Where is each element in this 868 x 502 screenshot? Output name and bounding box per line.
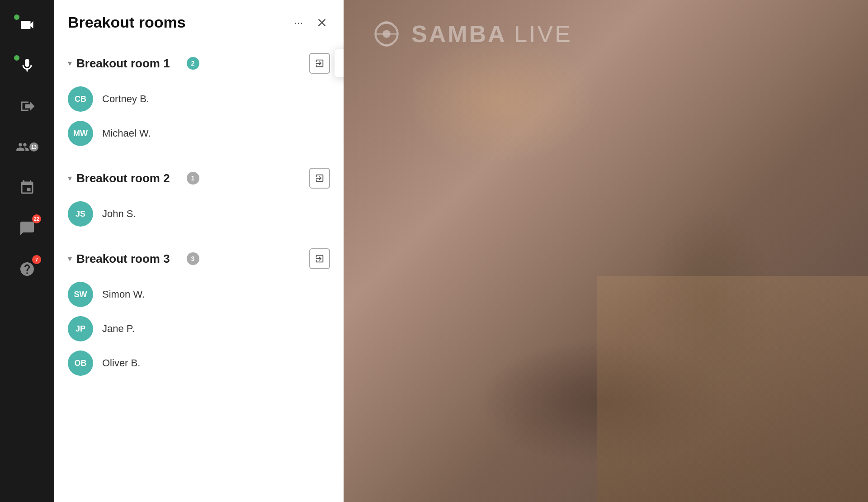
camera-icon[interactable] (16, 14, 38, 36)
panel-header: Breakout rooms ··· (54, 14, 344, 45)
room-2-section: ▾ Breakout room 2 1 JS John S. (54, 160, 344, 236)
member-cortney-name: Cortney B. (102, 93, 149, 105)
samba-logo-icon (371, 18, 402, 50)
mic-status-dot (14, 55, 19, 61)
room-1-section: ▾ Breakout room 1 2 Join breakout room C… (54, 45, 344, 155)
sidebar: 13 22 7 (0, 0, 54, 502)
close-panel-button[interactable] (314, 14, 330, 31)
room-3-count: 3 (187, 252, 199, 265)
member-michael-name: Michael W. (102, 128, 151, 139)
room-2-count: 1 (187, 172, 199, 185)
member-cortney: CB Cortney B. (68, 82, 330, 116)
room-2-join-button[interactable] (309, 168, 330, 189)
avatar-sw: SW (68, 282, 93, 307)
room-3-join-button[interactable] (309, 248, 330, 269)
breakout-rooms-panel: Breakout rooms ··· ▾ Breakout room 1 2 (54, 0, 344, 502)
room-2-members: JS John S. (54, 197, 344, 236)
room-1-name: Breakout room 1 (76, 57, 182, 71)
qa-badge: 7 (32, 255, 41, 264)
chat-icon[interactable]: 22 (16, 217, 38, 240)
member-michael: MW Michael W. (68, 116, 330, 151)
join-breakout-tooltip: Join breakout room (335, 49, 344, 77)
panel-title: Breakout rooms (68, 14, 186, 31)
video-background: SAMBA LIVE (344, 0, 868, 502)
room-1-join-button[interactable] (309, 53, 330, 74)
member-oliver-name: Oliver B. (102, 357, 140, 369)
member-jane-name: Jane P. (102, 323, 135, 335)
room-1-count: 2 (187, 57, 199, 70)
leave-breakout-icon[interactable] (16, 95, 38, 118)
room-1-header[interactable]: ▾ Breakout room 1 2 Join breakout room (54, 45, 344, 82)
member-simon: SW Simon W. (68, 277, 330, 312)
room-2-header[interactable]: ▾ Breakout room 2 1 (54, 160, 344, 197)
panel-header-actions: ··· (292, 14, 330, 31)
avatar-cb: CB (68, 86, 93, 112)
member-simon-name: Simon W. (102, 289, 145, 300)
samba-logo: SAMBA LIVE (371, 18, 572, 50)
camera-status-dot (14, 14, 19, 20)
room-1-join-wrapper: Join breakout room (305, 53, 330, 74)
room-3-header[interactable]: ▾ Breakout room 3 3 (54, 240, 344, 277)
room-1-chevron: ▾ (68, 58, 72, 68)
member-jane: JP Jane P. (68, 312, 330, 346)
avatar-jp: JP (68, 316, 93, 341)
more-options-button[interactable]: ··· (292, 14, 305, 31)
room-1-members: CB Cortney B. MW Michael W. (54, 82, 344, 155)
room-3-name: Breakout room 3 (76, 252, 182, 266)
participants-badge: 13 (29, 142, 38, 152)
avatar-mw: MW (68, 121, 93, 146)
room-2-name: Breakout room 2 (76, 171, 182, 185)
split-icon[interactable] (16, 176, 38, 199)
member-john-name: John S. (102, 208, 136, 220)
avatar-ob: OB (68, 350, 93, 376)
samba-logo-text: SAMBA LIVE (411, 20, 572, 47)
room-3-chevron: ▾ (68, 254, 72, 264)
avatar-js: JS (68, 201, 93, 227)
qa-icon[interactable]: 7 (16, 258, 38, 280)
chat-badge: 22 (32, 214, 41, 223)
room-2-chevron: ▾ (68, 173, 72, 183)
member-oliver: OB Oliver B. (68, 346, 330, 380)
participants-icon[interactable]: 13 (16, 136, 38, 158)
room-3-members: SW Simon W. JP Jane P. OB Oliver B. (54, 277, 344, 385)
room-3-section: ▾ Breakout room 3 3 SW Simon W. JP Jane … (54, 240, 344, 385)
microphone-icon[interactable] (16, 54, 38, 77)
video-area: SAMBA LIVE (344, 0, 868, 502)
member-john: JS John S. (68, 197, 330, 231)
